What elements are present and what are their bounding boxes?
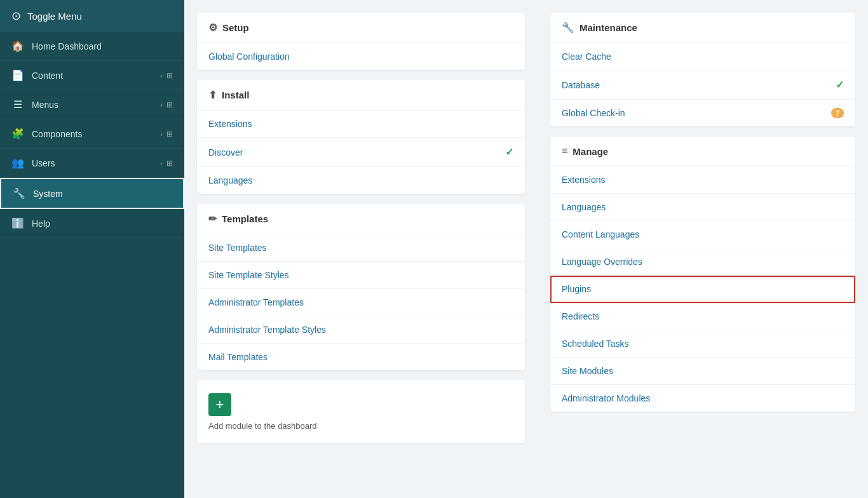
add-module-text: Add module to the dashboard <box>208 421 317 431</box>
setup-title: Setup <box>222 22 249 33</box>
administrator-templates-label: Administrator Templates <box>208 297 513 307</box>
install-section: ⬆ Install Extensions Discover ✓ Language… <box>197 80 525 194</box>
manage-title: Manage <box>573 146 608 157</box>
administrator-template-styles-link[interactable]: Administrator Template Styles <box>197 316 525 344</box>
chevron-right-icon: › <box>160 72 163 79</box>
content-languages-link[interactable]: Content Languages <box>550 221 855 248</box>
site-templates-link[interactable]: Site Templates <box>197 234 525 262</box>
global-configuration-label: Global Configuration <box>208 51 513 62</box>
install-icon: ⬆ <box>208 89 217 101</box>
language-overrides-label: Language Overrides <box>562 257 844 267</box>
sidebar-item-system[interactable]: 🔧 System <box>0 178 184 209</box>
sidebar-item-label: Help <box>32 219 173 229</box>
setup-section: ⚙ Setup Global Configuration <box>197 13 525 70</box>
language-overrides-link[interactable]: Language Overrides <box>550 248 855 276</box>
extensions-install-label: Extensions <box>208 119 513 129</box>
administrator-modules-link[interactable]: Administrator Modules <box>550 385 855 412</box>
content-icon: 📄 <box>11 69 24 81</box>
global-check-in-link[interactable]: Global Check-in 7 <box>550 100 855 126</box>
maintenance-section: 🔧 Maintenance Clear Cache Database ✓ Glo… <box>550 13 855 126</box>
manage-header: ≡ Manage <box>550 137 855 166</box>
languages-install-link[interactable]: Languages <box>197 167 525 194</box>
manage-languages-link[interactable]: Languages <box>550 194 855 221</box>
clear-cache-link[interactable]: Clear Cache <box>550 43 855 71</box>
sidebar-item-content[interactable]: 📄 Content › ⊞ <box>0 61 184 90</box>
check-icon: ✓ <box>836 79 844 91</box>
content-languages-label: Content Languages <box>562 229 844 239</box>
grid-icon: ⊞ <box>166 159 173 168</box>
setup-header: ⚙ Setup <box>197 13 525 43</box>
panel-right: 🔧 Maintenance Clear Cache Database ✓ Glo… <box>538 0 868 498</box>
add-module-button[interactable]: + <box>208 393 231 416</box>
install-header: ⬆ Install <box>197 80 525 111</box>
chevron-right-icon: › <box>160 130 163 138</box>
mail-templates-label: Mail Templates <box>208 352 513 362</box>
grid-icon: ⊞ <box>166 130 173 138</box>
site-modules-link[interactable]: Site Modules <box>550 358 855 385</box>
system-icon: 🔧 <box>13 187 25 199</box>
sidebar-item-label: Components <box>32 129 160 139</box>
toggle-menu-button[interactable]: ⊙ Toggle Menu <box>0 0 184 32</box>
templates-title: Templates <box>222 213 268 224</box>
scheduled-tasks-link[interactable]: Scheduled Tasks <box>550 330 855 358</box>
administrator-templates-link[interactable]: Administrator Templates <box>197 289 525 316</box>
sidebar-item-label: Home Dashboard <box>32 41 173 51</box>
administrator-template-styles-label: Administrator Template Styles <box>208 325 513 335</box>
site-template-styles-link[interactable]: Site Template Styles <box>197 262 525 289</box>
mail-templates-link[interactable]: Mail Templates <box>197 344 525 370</box>
manage-extensions-link[interactable]: Extensions <box>550 166 855 194</box>
chevron-right-icon: › <box>160 159 163 167</box>
scheduled-tasks-label: Scheduled Tasks <box>562 339 844 349</box>
help-icon: ℹ️ <box>11 217 24 229</box>
discover-label: Discover <box>208 147 505 158</box>
templates-icon: ✏ <box>208 213 217 225</box>
plugins-label: Plugins <box>562 284 844 294</box>
menus-icon: ☰ <box>11 98 24 111</box>
global-check-in-label: Global Check-in <box>562 108 831 118</box>
clear-cache-label: Clear Cache <box>562 51 844 62</box>
grid-icon: ⊞ <box>166 71 173 80</box>
home-icon: 🏠 <box>11 40 24 52</box>
database-label: Database <box>562 80 836 90</box>
add-module-card: + Add module to the dashboard <box>197 380 525 443</box>
manage-languages-label: Languages <box>562 202 844 212</box>
discover-link[interactable]: Discover ✓ <box>197 138 525 167</box>
sidebar-item-label: System <box>33 189 172 199</box>
redirects-link[interactable]: Redirects <box>550 303 855 330</box>
users-icon: 👥 <box>11 157 24 169</box>
global-configuration-link[interactable]: Global Configuration <box>197 43 525 70</box>
manage-section: ≡ Manage Extensions Languages Content La… <box>550 137 855 412</box>
sidebar-item-components[interactable]: 🧩 Components › ⊞ <box>0 119 184 149</box>
sidebar: ⊙ Toggle Menu 🏠 Home Dashboard 📄 Content… <box>0 0 184 498</box>
global-check-in-badge: 7 <box>831 108 844 118</box>
templates-section: ✏ Templates Site Templates Site Template… <box>197 204 525 370</box>
administrator-modules-label: Administrator Modules <box>562 393 844 403</box>
site-templates-label: Site Templates <box>208 243 513 253</box>
toggle-menu-icon: ⊙ <box>11 9 21 23</box>
toggle-menu-label: Toggle Menu <box>27 11 82 22</box>
maintenance-icon: 🔧 <box>562 22 574 34</box>
sidebar-item-label: Content <box>32 71 160 81</box>
sidebar-item-menus[interactable]: ☰ Menus › ⊞ <box>0 90 184 119</box>
extensions-install-link[interactable]: Extensions <box>197 111 525 138</box>
maintenance-title: Maintenance <box>580 22 637 33</box>
manage-icon: ≡ <box>562 145 567 157</box>
chevron-right-icon: › <box>160 101 163 109</box>
sidebar-item-help[interactable]: ℹ️ Help <box>0 209 184 238</box>
database-link[interactable]: Database ✓ <box>550 71 855 100</box>
components-icon: 🧩 <box>11 128 24 140</box>
sidebar-item-label: Menus <box>32 100 160 110</box>
redirects-label: Redirects <box>562 311 844 321</box>
main-content: ⚙ Setup Global Configuration ⬆ Install E… <box>184 0 868 498</box>
plugins-link[interactable]: Plugins <box>550 276 855 303</box>
site-modules-label: Site Modules <box>562 366 844 376</box>
grid-icon: ⊞ <box>166 100 173 109</box>
templates-header: ✏ Templates <box>197 204 525 234</box>
sidebar-item-home-dashboard[interactable]: 🏠 Home Dashboard <box>0 32 184 61</box>
site-template-styles-label: Site Template Styles <box>208 270 513 280</box>
setup-icon: ⚙ <box>208 22 217 34</box>
check-icon: ✓ <box>505 146 513 158</box>
sidebar-item-users[interactable]: 👥 Users › ⊞ <box>0 149 184 178</box>
sidebar-item-label: Users <box>32 158 160 168</box>
languages-install-label: Languages <box>208 175 513 185</box>
